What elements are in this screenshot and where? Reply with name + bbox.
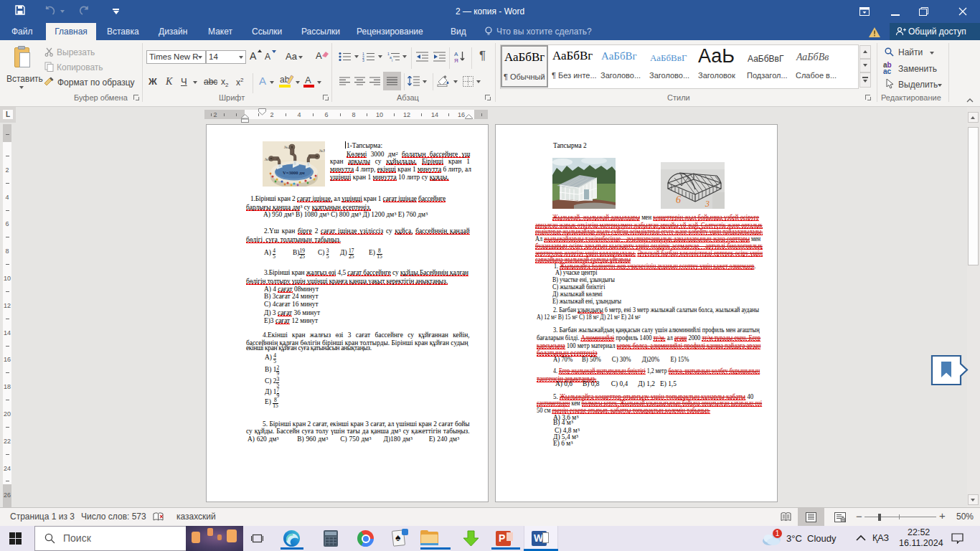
svg-text:3: 3 — [705, 199, 710, 209]
svg-text:№2: №2 — [283, 145, 290, 149]
svg-text:V=3000 дм: V=3000 дм — [283, 170, 305, 175]
svg-text:6: 6 — [676, 194, 681, 205]
svg-text:А: А — [454, 51, 458, 57]
svg-text:№3: №3 — [319, 149, 325, 153]
svg-text:Я: Я — [454, 57, 458, 62]
svg-text:i: i — [392, 58, 392, 62]
svg-text:3: 3 — [362, 58, 364, 62]
svg-text:№1: №1 — [264, 157, 270, 161]
